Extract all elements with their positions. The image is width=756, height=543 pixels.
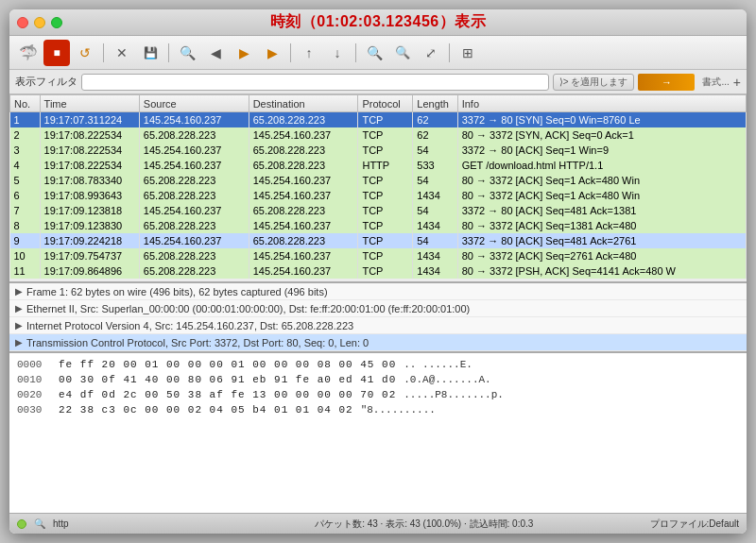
table-row[interactable]: 319:17:08.222534145.254.160.23765.208.22…: [10, 143, 747, 158]
hex-addr: 0030: [17, 402, 51, 417]
toolbar-sep-4: [355, 43, 356, 62]
go-to-button[interactable]: ▶: [259, 40, 285, 66]
table-row[interactable]: 619:17:08.99364365.208.228.223145.254.16…: [10, 188, 747, 203]
detail-arrow-icon: ▶: [15, 320, 23, 331]
hex-panel: 0000fe ff 20 00 01 00 00 00 01 00 00 00 …: [9, 351, 747, 513]
col-time: Time: [40, 95, 139, 112]
table-row[interactable]: 719:17:09.123818145.254.160.23765.208.22…: [10, 203, 747, 218]
detail-row[interactable]: ▶Ethernet II, Src: Superlan_00:00:00 (00…: [9, 300, 747, 317]
save-button[interactable]: 💾: [137, 40, 163, 66]
filter-input[interactable]: [81, 74, 549, 91]
col-no: No.: [10, 95, 41, 112]
toolbar-sep-2: [168, 43, 169, 62]
hex-row: 0020e4 df 0d 2c 00 50 38 af fe 13 00 00 …: [17, 387, 739, 402]
detail-arrow-icon: ▶: [15, 337, 23, 348]
filter-plus-button[interactable]: +: [733, 75, 741, 90]
capture-filter-icon: 🔍: [34, 518, 45, 529]
table-row[interactable]: 519:17:08.78334065.208.228.223145.254.16…: [10, 173, 747, 188]
detail-row[interactable]: ▶Frame 1: 62 bytes on wire (496 bits), 6…: [9, 283, 747, 300]
hex-bytes: 22 38 c3 0c 00 00 02 04 05 b4 01 01 04 0…: [59, 402, 353, 417]
hex-row: 003022 38 c3 0c 00 00 02 04 05 b4 01 01 …: [17, 402, 739, 417]
detail-arrow-icon: ▶: [15, 303, 23, 314]
table-row[interactable]: 119:17:07.311224145.254.160.23765.208.22…: [10, 112, 747, 127]
col-length: Length: [413, 95, 457, 112]
hex-ascii: .0.A@.......A.: [404, 372, 490, 387]
hex-row: 0000fe ff 20 00 01 00 00 00 01 00 00 00 …: [17, 357, 739, 372]
table-row[interactable]: 419:17:08.222534145.254.160.23765.208.22…: [10, 158, 747, 173]
filter-format[interactable]: 書式...: [702, 76, 729, 89]
filter-bar: 表示フィルタ ⟩> を適用します → 書式... +: [9, 70, 747, 94]
status-stats: パケット数: 43 · 表示: 43 (100.0%) · 読込時間: 0:0.…: [206, 518, 643, 531]
shark-button[interactable]: 🦈: [15, 40, 42, 66]
hex-bytes: e4 df 0d 2c 00 50 38 af fe 13 00 00 00 0…: [59, 387, 396, 402]
zoom-in-button[interactable]: 🔍: [361, 40, 387, 66]
toolbar-sep-1: [103, 43, 104, 62]
go-back-button[interactable]: ◀: [202, 40, 229, 66]
table-row[interactable]: 1119:17:09.86489665.208.228.223145.254.1…: [10, 263, 747, 279]
table-row[interactable]: 819:17:09.12383065.208.228.223145.254.16…: [10, 218, 747, 233]
hex-ascii: .....P8.......p.: [404, 387, 504, 402]
hex-ascii: .. ......E.: [404, 357, 472, 372]
zoom-button[interactable]: [51, 17, 62, 28]
status-indicator: [17, 519, 26, 529]
minimize-button[interactable]: [34, 17, 45, 28]
col-info: Info: [457, 95, 746, 112]
close-capture-button[interactable]: ✕: [109, 40, 135, 66]
table-row[interactable]: 1019:17:09.75473765.208.228.223145.254.1…: [10, 248, 747, 263]
reload-button[interactable]: ↺: [72, 40, 98, 66]
traffic-lights: [17, 17, 62, 28]
col-source: Source: [139, 95, 249, 112]
col-destination: Destination: [249, 95, 358, 112]
scroll-up-button[interactable]: ↑: [296, 40, 322, 66]
zoom-out-button[interactable]: 🔍: [389, 40, 416, 66]
toolbar-sep-3: [290, 43, 291, 62]
close-button[interactable]: [17, 17, 28, 28]
title-annotation: 時刻（01:02:03.123456）表示: [270, 12, 486, 32]
find-button[interactable]: 🔍: [174, 40, 200, 66]
table-row[interactable]: 219:17:08.22253465.208.228.223145.254.16…: [10, 127, 747, 143]
zoom-normal-button[interactable]: ⤢: [418, 40, 444, 66]
col-protocol: Protocol: [358, 95, 413, 112]
hex-addr: 0010: [17, 372, 51, 387]
go-forward-button[interactable]: ▶: [231, 40, 257, 66]
hex-ascii: "8..........: [361, 402, 436, 417]
hex-addr: 0000: [17, 357, 51, 372]
packet-table: No. Time Source Destination Protocol Len…: [9, 94, 747, 279]
filter-apply-button[interactable]: ⟩> を適用します: [553, 74, 635, 91]
table-row[interactable]: 919:17:09.224218145.254.160.23765.208.22…: [10, 233, 747, 248]
detail-row[interactable]: ▶Internet Protocol Version 4, Src: 145.2…: [9, 317, 747, 334]
detail-arrow-icon: ▶: [15, 286, 23, 297]
scroll-down-button[interactable]: ↓: [324, 40, 351, 66]
filter-arrow[interactable]: →: [638, 74, 695, 91]
stop-button[interactable]: ■: [43, 40, 70, 66]
hex-bytes: fe ff 20 00 01 00 00 00 01 00 00 00 08 0…: [59, 357, 396, 372]
table-header-row: No. Time Source Destination Protocol Len…: [10, 95, 747, 112]
hex-row: 001000 30 0f 41 40 00 80 06 91 eb 91 fe …: [17, 372, 739, 387]
main-window: 時刻（01:02:03.123456）表示 🦈 ■ ↺ ✕ 💾 🔍 ◀ ▶ ▶ …: [9, 9, 747, 534]
status-profile: プロファイル:Default: [650, 518, 739, 531]
hex-addr: 0020: [17, 387, 51, 402]
filter-name: http: [53, 518, 198, 529]
resize-cols-button[interactable]: ⊞: [455, 40, 481, 66]
filter-label: 表示フィルタ: [15, 75, 77, 89]
toolbar-sep-5: [449, 43, 450, 62]
title-bar: 時刻（01:02:03.123456）表示: [9, 9, 747, 36]
status-bar: 🔍 http パケット数: 43 · 表示: 43 (100.0%) · 読込時…: [9, 513, 747, 534]
details-panel: ▶Frame 1: 62 bytes on wire (496 bits), 6…: [9, 281, 747, 351]
toolbar: 🦈 ■ ↺ ✕ 💾 🔍 ◀ ▶ ▶ ↑ ↓ 🔍 🔍 ⤢ ⊞: [9, 36, 747, 70]
hex-bytes: 00 30 0f 41 40 00 80 06 91 eb 91 fe a0 e…: [59, 372, 396, 387]
detail-row[interactable]: ▶Transmission Control Protocol, Src Port…: [9, 334, 747, 351]
packet-list: No. Time Source Destination Protocol Len…: [9, 94, 747, 281]
